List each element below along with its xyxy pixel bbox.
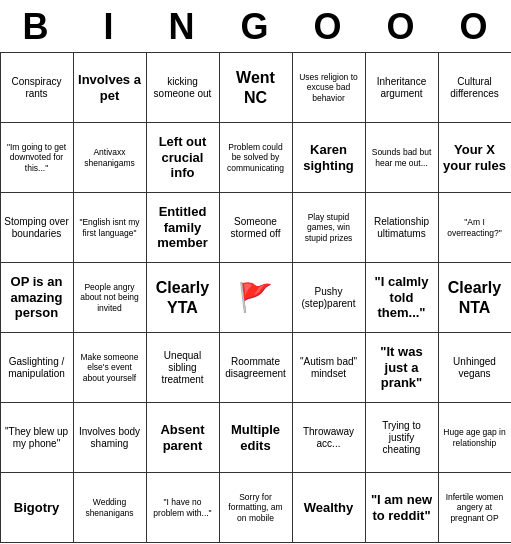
- bingo-cell: Cultural differences: [439, 53, 512, 123]
- bingo-cell: "I calmly told them...": [366, 263, 439, 333]
- bingo-cell: Unhinged vegans: [439, 333, 512, 403]
- bingo-cell: Multiple edits: [220, 403, 293, 473]
- bingo-cell: Entitled family member: [147, 193, 220, 263]
- bingo-cell: Absent parent: [147, 403, 220, 473]
- bingo-cell: "English isnt my first language": [74, 193, 147, 263]
- bingo-cell: Went NC: [220, 53, 293, 123]
- bingo-cell: OP is an amazing person: [1, 263, 74, 333]
- bingo-cell: Someone stormed off: [220, 193, 293, 263]
- header-letter: G: [219, 6, 292, 48]
- bingo-cell: Antivaxx shenanigams: [74, 123, 147, 193]
- bingo-cell: "I am new to reddit": [366, 473, 439, 543]
- bingo-cell: Unequal sibling treatment: [147, 333, 220, 403]
- bingo-cell: Wealthy: [293, 473, 366, 543]
- bingo-cell: Involves body shaming: [74, 403, 147, 473]
- header-letter: I: [73, 6, 146, 48]
- bingo-cell: Conspiracy rants: [1, 53, 74, 123]
- bingo-cell: "Am I overreacting?": [439, 193, 512, 263]
- bingo-cell: "It was just a prank": [366, 333, 439, 403]
- bingo-cell: Huge age gap in relationship: [439, 403, 512, 473]
- bingo-cell: "Im going to get downvoted for this...": [1, 123, 74, 193]
- bingo-cell: Inheritance argument: [366, 53, 439, 123]
- bingo-cell: "Autism bad" mindset: [293, 333, 366, 403]
- bingo-cell: Pushy (step)parent: [293, 263, 366, 333]
- header-letter: O: [438, 6, 511, 48]
- bingo-cell: Make someone else's event about yourself: [74, 333, 147, 403]
- bingo-cell: "I have no problem with...": [147, 473, 220, 543]
- bingo-cell: Sounds bad but hear me out...: [366, 123, 439, 193]
- bingo-cell: Wedding shenanigans: [74, 473, 147, 543]
- bingo-cell: Left out crucial info: [147, 123, 220, 193]
- bingo-cell: Clearly YTA: [147, 263, 220, 333]
- bingo-cell: Clearly NTA: [439, 263, 512, 333]
- bingo-cell: Infertile women angery at pregnant OP: [439, 473, 512, 543]
- header-letter: N: [146, 6, 219, 48]
- bingo-cell: People angry about not being invited: [74, 263, 147, 333]
- bingo-cell: Play stupid games, win stupid prizes: [293, 193, 366, 263]
- bingo-cell: Karen sighting: [293, 123, 366, 193]
- bingo-cell: "They blew up my phone": [1, 403, 74, 473]
- bingo-cell: Bigotry: [1, 473, 74, 543]
- bingo-cell: Sorry for formatting, am on mobile: [220, 473, 293, 543]
- bingo-cell: Throwaway acc...: [293, 403, 366, 473]
- bingo-cell: Relationship ultimatums: [366, 193, 439, 263]
- bingo-cell: 🚩: [220, 263, 293, 333]
- bingo-grid: Conspiracy rantsInvolves a petkicking so…: [0, 52, 511, 543]
- header-letter: O: [292, 6, 365, 48]
- bingo-cell: Involves a pet: [74, 53, 147, 123]
- bingo-header: BINGOOO: [0, 0, 511, 52]
- bingo-cell: Problem could be solved by communicating: [220, 123, 293, 193]
- bingo-cell: Trying to justify cheating: [366, 403, 439, 473]
- bingo-cell: Your X your rules: [439, 123, 512, 193]
- bingo-cell: Gaslighting / manipulation: [1, 333, 74, 403]
- header-letter: O: [365, 6, 438, 48]
- bingo-cell: Roommate disagreement: [220, 333, 293, 403]
- bingo-cell: kicking someone out: [147, 53, 220, 123]
- bingo-cell: Uses religion to excuse bad behavior: [293, 53, 366, 123]
- bingo-cell: Stomping over boundaries: [1, 193, 74, 263]
- header-letter: B: [0, 6, 73, 48]
